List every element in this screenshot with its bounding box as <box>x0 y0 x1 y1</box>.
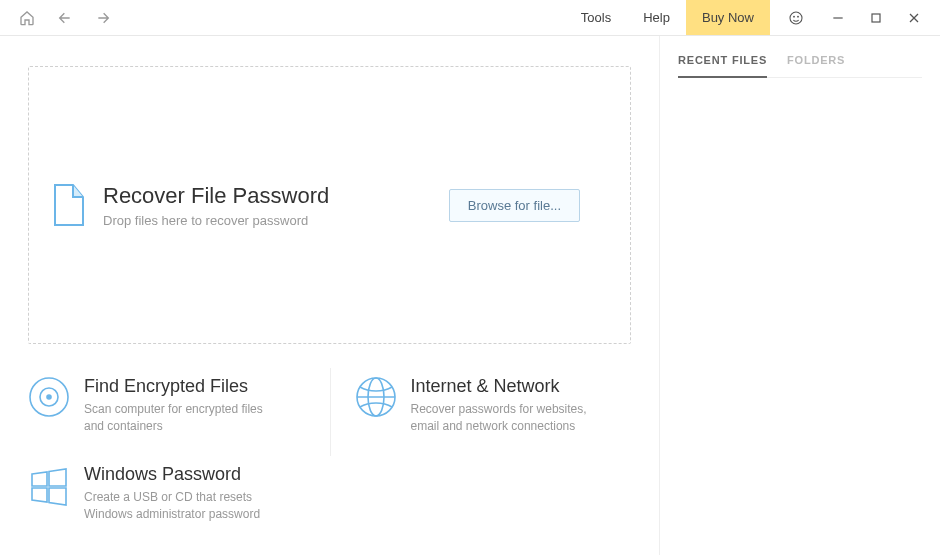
action-windows-password[interactable]: Windows Password Create a USB or CD that… <box>28 456 330 544</box>
menu-buy-now[interactable]: Buy Now <box>686 0 770 35</box>
nav-group <box>0 0 130 35</box>
window-controls <box>770 0 940 35</box>
action-internet-network[interactable]: Internet & Network Recover passwords for… <box>330 368 632 456</box>
svg-point-9 <box>47 395 51 399</box>
action-text: Internet & Network Recover passwords for… <box>411 376 608 436</box>
menu-group: Tools Help Buy Now <box>565 0 770 35</box>
svg-point-2 <box>798 16 799 17</box>
action-subtitle: Scan computer for encrypted files and co… <box>84 401 284 436</box>
sidebar-tabs: RECENT FILES FOLDERS <box>678 54 922 78</box>
svg-rect-4 <box>872 14 880 22</box>
actions-grid: Find Encrypted Files Scan computer for e… <box>28 368 631 544</box>
minimize-icon[interactable] <box>830 10 846 26</box>
svg-point-0 <box>790 12 802 24</box>
globe-icon <box>355 376 397 418</box>
dropzone-text: Recover File Password Drop files here to… <box>103 183 449 228</box>
dropzone[interactable]: Recover File Password Drop files here to… <box>28 66 631 344</box>
action-subtitle: Recover passwords for websites, email an… <box>411 401 608 436</box>
titlebar: Tools Help Buy Now <box>0 0 940 36</box>
disc-icon <box>28 376 70 418</box>
menu-tools[interactable]: Tools <box>565 0 627 35</box>
dropzone-subtitle: Drop files here to recover password <box>103 213 449 228</box>
dropzone-inner: Recover File Password Drop files here to… <box>53 183 580 228</box>
sidebar: RECENT FILES FOLDERS <box>660 36 940 555</box>
close-icon[interactable] <box>906 10 922 26</box>
action-title: Internet & Network <box>411 376 608 397</box>
action-title: Windows Password <box>84 464 284 485</box>
action-text: Find Encrypted Files Scan computer for e… <box>84 376 284 436</box>
tab-recent-files[interactable]: RECENT FILES <box>678 54 767 78</box>
main-panel: Recover File Password Drop files here to… <box>0 36 660 555</box>
browse-button[interactable]: Browse for file... <box>449 189 580 222</box>
layout: Recover File Password Drop files here to… <box>0 36 940 555</box>
feedback-icon[interactable] <box>788 10 804 26</box>
menu-help[interactable]: Help <box>627 0 686 35</box>
action-find-encrypted[interactable]: Find Encrypted Files Scan computer for e… <box>28 368 330 456</box>
forward-icon[interactable] <box>94 9 112 27</box>
titlebar-spacer <box>130 0 565 35</box>
dropzone-title: Recover File Password <box>103 183 449 209</box>
maximize-icon[interactable] <box>868 10 884 26</box>
action-title: Find Encrypted Files <box>84 376 284 397</box>
svg-point-1 <box>794 16 795 17</box>
back-icon[interactable] <box>56 9 74 27</box>
home-icon[interactable] <box>18 9 36 27</box>
tab-folders[interactable]: FOLDERS <box>787 54 845 77</box>
action-text: Windows Password Create a USB or CD that… <box>84 464 284 524</box>
windows-icon <box>28 464 70 506</box>
file-icon <box>53 183 85 227</box>
action-subtitle: Create a USB or CD that resets Windows a… <box>84 489 284 524</box>
